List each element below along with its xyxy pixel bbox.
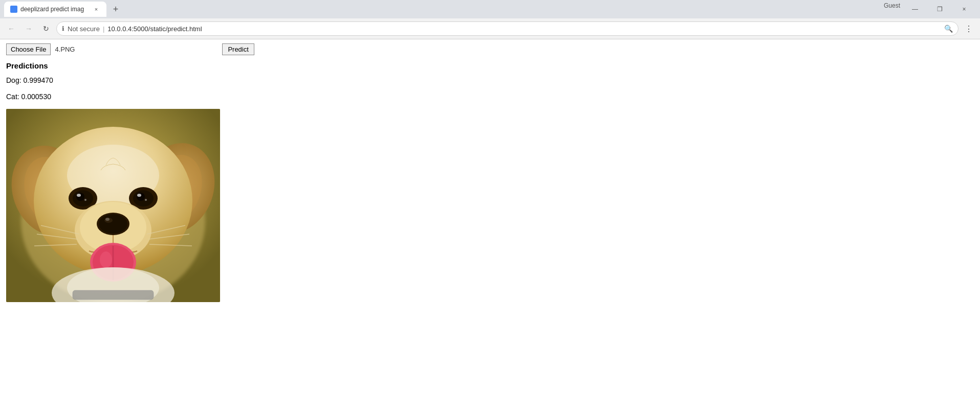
back-button[interactable]: ← xyxy=(4,21,18,36)
browser-chrome: deeplizard predict imag × + Guest — ❐ × … xyxy=(0,0,980,39)
dog-image xyxy=(6,109,220,302)
guest-label: Guest xyxy=(884,2,900,16)
predictions-heading: Predictions xyxy=(6,61,974,70)
address-bar-row: ← → ↻ ℹ Not secure | 10.0.0.4:5000/stati… xyxy=(0,18,980,39)
svg-point-11 xyxy=(77,194,81,197)
svg-point-16 xyxy=(137,194,141,197)
tab-favicon xyxy=(10,6,17,13)
svg-point-15 xyxy=(137,193,145,201)
predict-button[interactable]: Predict xyxy=(222,43,254,55)
svg-point-23 xyxy=(105,218,110,221)
title-bar: deeplizard predict imag × + Guest — ❐ × xyxy=(0,0,980,18)
cat-prediction: Cat: 0.000530 xyxy=(6,93,974,101)
page-content: Choose File 4.PNG Predict Predictions Do… xyxy=(0,39,980,407)
svg-point-21 xyxy=(99,214,127,234)
dog-illustration xyxy=(6,109,220,302)
forward-button[interactable]: → xyxy=(21,21,36,36)
maximize-button[interactable]: ❐ xyxy=(928,2,951,16)
choose-file-button[interactable]: Choose File xyxy=(6,43,51,55)
file-name-label: 4.PNG xyxy=(55,45,75,53)
form-row: Choose File 4.PNG Predict xyxy=(6,43,974,55)
tab-close-button[interactable]: × xyxy=(92,5,100,13)
svg-point-12 xyxy=(84,199,86,201)
reload-button[interactable]: ↻ xyxy=(39,21,53,36)
menu-button[interactable]: ⋮ xyxy=(962,21,976,36)
svg-point-10 xyxy=(76,193,84,201)
browser-tab[interactable]: deeplizard predict imag × xyxy=(4,2,106,17)
svg-point-28 xyxy=(100,251,112,268)
svg-point-17 xyxy=(145,199,147,201)
separator: | xyxy=(103,25,104,33)
security-icon: ℹ xyxy=(62,25,64,32)
address-bar[interactable]: ℹ Not secure | 10.0.0.4:5000/static/pred… xyxy=(56,21,959,36)
minimize-button[interactable]: — xyxy=(903,2,927,16)
security-label: Not secure xyxy=(68,25,100,33)
window-controls: Guest — ❐ × xyxy=(884,2,976,16)
search-icon: 🔍 xyxy=(944,25,953,33)
dog-prediction: Dog: 0.999470 xyxy=(6,76,974,84)
svg-rect-37 xyxy=(73,290,154,300)
tab-title: deeplizard predict imag xyxy=(20,6,84,13)
new-tab-button[interactable]: + xyxy=(108,2,123,16)
close-button[interactable]: × xyxy=(952,2,976,16)
address-text: 10.0.0.4:5000/static/predict.html xyxy=(107,25,941,33)
